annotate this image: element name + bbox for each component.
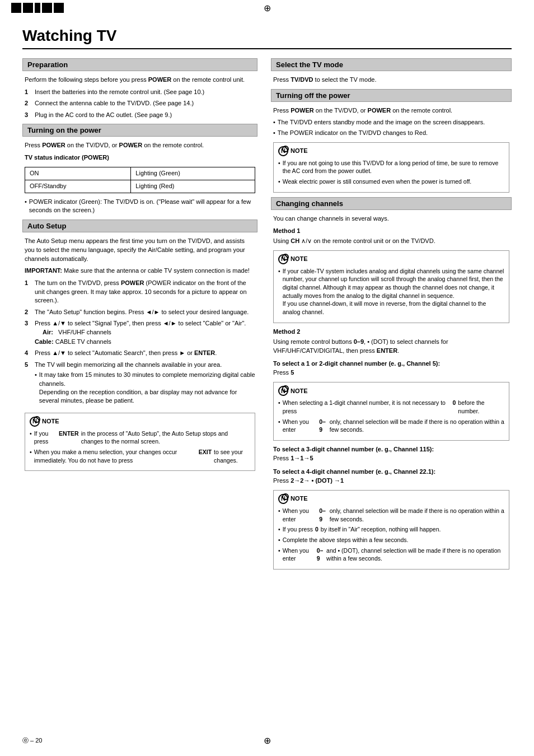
list-item: 2 The "Auto Setup" function begins. Pres… <box>25 308 255 316</box>
list-item: Weak electric power is still consumed ev… <box>278 178 504 186</box>
preparation-intro: Perform the following steps before you p… <box>25 76 255 85</box>
turning-on-bullets: POWER indicator (Green): The TV/DVD is o… <box>25 198 255 215</box>
auto-setup-important: IMPORTANT: Make sure that the antenna or… <box>25 267 255 276</box>
table-row: ON Lighting (Green) <box>25 167 255 180</box>
page-number: ⓔ – 20 <box>22 736 42 745</box>
note-label: NOTE <box>291 147 308 155</box>
note-bullets: If you press ENTER in the process of "Au… <box>30 430 250 465</box>
note-header: N NOTE <box>278 146 504 156</box>
header-square <box>42 3 52 13</box>
tv-status-label: TV status indicator (POWER) <box>25 153 255 162</box>
list-item: 1 The turn on the TV/DVD, press POWER (P… <box>25 279 255 305</box>
changing-channels-intro: You can change channels in several ways. <box>273 214 509 223</box>
select-tv-mode-section: Select the TV mode Press TV/DVD to selec… <box>271 58 512 85</box>
turning-off-section: Turning off the power Press POWER on the… <box>271 89 512 193</box>
note-label: NOTE <box>291 255 308 263</box>
turning-on-section: Turning on the power Press POWER on the … <box>22 124 257 215</box>
header-square <box>35 3 40 13</box>
list-item: 2Connect the antenna cable to the TV/DVD… <box>25 99 255 108</box>
select1or2-label: To select a 1 or 2-digit channel number … <box>273 360 509 377</box>
turning-off-bullets: The TV/DVD enters standby mode and the i… <box>273 118 509 138</box>
preparation-section: Preparation Perform the following steps … <box>22 58 257 119</box>
turning-on-header: Turning on the power <box>22 124 257 137</box>
note-header: N NOTE <box>278 494 504 504</box>
select1or2-note: N NOTE When selecting a 1-digit channel … <box>273 382 509 441</box>
final-note: N NOTE When you enter 0–9 only, channel … <box>273 490 509 570</box>
auto-setup-sub-bullets: It may take from 15 minutes to 30 minute… <box>35 371 255 405</box>
header-square <box>54 3 64 13</box>
list-item: If you press ENTER in the process of "Au… <box>30 430 250 446</box>
note-bullets: If your cable-TV system includes analog … <box>278 267 504 316</box>
turning-on-body: Press POWER on the TV/DVD, or POWER on t… <box>22 141 257 215</box>
turning-on-intro: Press POWER on the TV/DVD, or POWER on t… <box>25 141 255 150</box>
changing-channels-section: Changing channels You can change channel… <box>271 197 512 570</box>
note-icon: N <box>278 254 288 264</box>
note-label: NOTE <box>291 494 308 503</box>
header-square <box>23 3 33 13</box>
registration-mark-top: ⊕ <box>264 3 271 13</box>
note-icon: N <box>278 146 288 156</box>
select3-label: To select a 3-digit channel number (e. g… <box>273 445 509 463</box>
note-header: N NOTE <box>30 417 250 427</box>
note-icon: N <box>278 494 288 504</box>
list-item: 3Plug in the AC cord to the AC outlet. (… <box>25 111 255 119</box>
changing-channels-header: Changing channels <box>271 197 512 210</box>
list-item: When you enter 0–9 only, channel selecti… <box>278 418 504 434</box>
note-label: NOTE <box>42 417 59 426</box>
turning-off-intro: Press POWER on the TV/DVD, or POWER on t… <box>273 106 509 115</box>
list-item: When you make a menu selection, your cha… <box>30 448 250 464</box>
footer: ⓔ – 20 ⊕ <box>0 736 534 745</box>
list-item: 1Insert the batteries into the remote co… <box>25 88 255 96</box>
left-column: Preparation Perform the following steps … <box>22 58 257 574</box>
note-bullets: When selecting a 1-digit channel number,… <box>278 399 504 434</box>
list-item: If your cable-TV system includes analog … <box>278 267 504 316</box>
indicator-red: Lighting (Red) <box>131 180 255 193</box>
two-column-layout: Preparation Perform the following steps … <box>22 58 512 574</box>
list-item: If you are not going to use this TV/DVD … <box>278 159 504 175</box>
list-item: The TV/DVD enters standby mode and the i… <box>273 118 509 127</box>
note-icon: N <box>30 417 40 427</box>
select-tv-mode-header: Select the TV mode <box>271 58 512 71</box>
auto-setup-note: N NOTE If you press ENTER in the process… <box>25 413 255 472</box>
list-item: 5 The TV will begin memorizing all the c… <box>25 361 255 408</box>
registration-mark-bottom: ⊕ <box>264 735 271 746</box>
select-tv-mode-body: Press TV/DVD to select the TV mode. <box>271 76 512 85</box>
header-bar: ⊕ <box>0 0 534 16</box>
list-item: 3 Press ▲/▼ to select "Signal Type", the… <box>25 319 255 346</box>
preparation-steps: 1Insert the batteries into the remote co… <box>25 88 255 119</box>
turning-off-note: N NOTE If you are not going to use this … <box>273 142 509 193</box>
status-on: ON <box>25 167 131 180</box>
list-item: If you press 0 by itself in "Air" recept… <box>278 525 504 534</box>
note-header: N NOTE <box>278 386 504 396</box>
auto-setup-steps: 1 The turn on the TV/DVD, press POWER (P… <box>25 279 255 408</box>
header-left-squares <box>11 3 64 13</box>
table-row: OFF/Standby Lighting (Red) <box>25 180 255 193</box>
auto-setup-body: The Auto Setup menu appears the first ti… <box>22 237 257 472</box>
method1-text: Using CH ∧/∨ on the remote control unit … <box>273 237 509 246</box>
method1-note: N NOTE If your cable-TV system includes … <box>273 250 509 323</box>
note-label: NOTE <box>291 387 308 395</box>
list-item: The POWER indicator on the TV/DVD change… <box>273 129 509 137</box>
note-bullets: If you are not going to use this TV/DVD … <box>278 159 504 186</box>
right-column: Select the TV mode Press TV/DVD to selec… <box>271 58 512 574</box>
turning-off-body: Press POWER on the TV/DVD, or POWER on t… <box>271 106 512 193</box>
method2-text: Using remote control buttons 0–9, • (DOT… <box>273 338 509 356</box>
list-item: It may take from 15 minutes to 30 minute… <box>35 371 255 405</box>
header-square <box>11 3 21 13</box>
list-item: When you enter 0–9 and • (DOT), channel … <box>278 547 504 563</box>
method1-label: Method 1 <box>273 227 509 236</box>
method2-label: Method 2 <box>273 328 509 337</box>
page-content: Watching TV Preparation Perform the foll… <box>0 16 534 591</box>
note-icon: N <box>278 386 288 396</box>
list-item: Complete the above steps within a few se… <box>278 536 504 544</box>
list-item: 4 Press ▲/▼ to select "Automatic Search"… <box>25 349 255 357</box>
changing-channels-body: You can change channels in several ways.… <box>271 214 512 570</box>
note-bullets: When you enter 0–9 only, channel selecti… <box>278 507 504 563</box>
list-item: POWER indicator (Green): The TV/DVD is o… <box>25 198 255 215</box>
note-header: N NOTE <box>278 254 504 264</box>
auto-setup-section: Auto Setup The Auto Setup menu appears t… <box>22 220 257 472</box>
auto-setup-header: Auto Setup <box>22 220 257 232</box>
page-title: Watching TV <box>22 27 512 49</box>
turning-off-header: Turning off the power <box>271 89 512 102</box>
indicator-green: Lighting (Green) <box>131 167 255 180</box>
